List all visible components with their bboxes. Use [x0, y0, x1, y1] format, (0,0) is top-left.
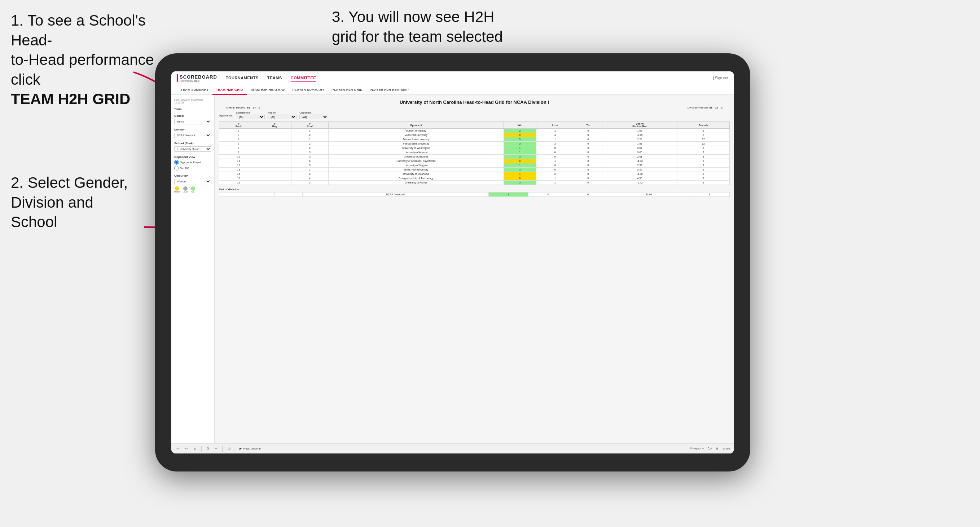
nav-teams[interactable]: TEAMS: [267, 74, 282, 82]
opponent-label: Opponent: [299, 111, 328, 114]
ood-row: NCAA Division II10026.003: [219, 192, 730, 197]
colour-up-label: Up: [191, 191, 195, 193]
ann2-line1: 2. Select Gender,: [11, 174, 128, 191]
toolbar-sep1: |: [201, 446, 202, 452]
toolbar-sep2: |: [222, 446, 223, 452]
forward-btn[interactable]: ↻: [192, 446, 198, 451]
col-rank: #Rank: [219, 122, 258, 129]
subnav: TEAM SUMMARY TEAM H2H GRID TEAM H2H HEAT…: [171, 85, 734, 95]
gender-select[interactable]: Men's Women's: [174, 119, 212, 124]
undo-btn[interactable]: ↩: [175, 446, 181, 451]
opponents-filter-label: Opponents:: [219, 114, 233, 117]
nav-links: TOURNAMENTS TEAMS COMMITTEE: [226, 74, 713, 82]
col-opponent: Opponent: [329, 122, 504, 129]
region-select[interactable]: (All): [267, 114, 296, 119]
colour-down-label: Down: [174, 191, 180, 193]
filter-row: Opponents: Conference (All) Region (All): [219, 111, 730, 119]
clock-btn[interactable]: ⏱: [226, 446, 232, 451]
colour-by-section: Colour by Win/loss Down Level: [174, 174, 212, 193]
toolbar-sep3: |: [235, 446, 237, 452]
tablet-screen: SCOREBOARD Powered by clippi TOURNAMENTS…: [171, 71, 734, 454]
ann2-line3: School: [11, 213, 57, 230]
colour-legend: Down Level Up: [174, 186, 212, 193]
main-area: University of North Carolina Head-to-Hea…: [215, 95, 734, 443]
navbar: SCOREBOARD Powered by clippi TOURNAMENTS…: [171, 71, 734, 85]
table-row: 41Arizona State University5102.2917: [219, 137, 730, 142]
division-section: Division NCAA Division I NCAA Division I…: [174, 128, 212, 138]
logo-area: SCOREBOARD Powered by clippi: [177, 74, 217, 82]
col-conf: #Conf: [291, 122, 328, 129]
annotation-1: 1. To see a School's Head- to-Head perfo…: [11, 11, 162, 109]
division-record-value: 88 - 17 - 0: [710, 106, 722, 109]
copy-btn[interactable]: ⧉: [205, 446, 210, 451]
left-panel: Last Updated: 27/03/2024 16:55:38 Team G…: [171, 95, 215, 443]
share-btn[interactable]: Share: [723, 447, 730, 450]
overall-record-value: 89 - 17 - 0: [247, 106, 260, 109]
opponent-filter: Opponent (All): [299, 111, 328, 119]
col-rounds: Rounds: [677, 122, 729, 129]
colour-level-label: Level: [183, 191, 188, 193]
grid-records: Overall Record: 89 - 17 - 0 Division Rec…: [219, 106, 730, 109]
table-row: 105University of Alabama3002.618: [219, 155, 730, 159]
out-of-division-table: NCAA Division II10026.003: [219, 192, 730, 197]
ann1-bold: TEAM H2H GRID: [11, 90, 130, 108]
top100-radio[interactable]: [174, 166, 179, 170]
col-win: Win: [504, 122, 536, 129]
colour-down-dot: [175, 186, 179, 191]
subnav-team-h2h-grid[interactable]: TEAM H2H GRID: [212, 86, 247, 95]
colour-by-select[interactable]: Win/loss: [174, 179, 212, 184]
bottom-toolbar: ↩ ↪ ↻ | ⧉ ✂ | ⏱ | ▶ View: Original 👁 Wat…: [171, 443, 734, 454]
table-row: 123University of Virginia1002.333: [219, 163, 730, 168]
annotation-2: 2. Select Gender, Division and School: [11, 173, 128, 232]
subnav-player-h2h-heatmap[interactable]: PLAYER H2H HEATMAP: [366, 86, 412, 95]
table-row: 142University of Oklahoma120-1.009: [219, 172, 730, 176]
subnav-player-summary[interactable]: PLAYER SUMMARY: [289, 86, 328, 95]
crop-btn[interactable]: ✂: [213, 446, 219, 451]
nav-committee[interactable]: COMMITTEE: [291, 74, 316, 82]
last-updated-time: 16:55:38: [174, 101, 212, 104]
col-diff: Diff AvStrokes/Rnd: [602, 122, 678, 129]
region-filter: Region (All): [267, 111, 296, 119]
opponent-view-radios: Opponents Played Top 100: [174, 160, 212, 170]
ann3-line1: 3. You will now see H2H: [332, 8, 495, 25]
subnav-team-h2h-heatmap[interactable]: TEAM H2H HEATMAP: [247, 86, 289, 95]
last-updated-label: Last Updated: 27/03/2024: [174, 99, 212, 101]
table-row: 131Texas Tech University3005.569: [219, 168, 730, 172]
opponent-view-section: Opponent View Opponents Played Top 100: [174, 156, 212, 170]
h2h-table: #Rank #Reg #Conf Opponent Win Loss Tie D…: [219, 121, 730, 185]
annotation-3: 3. You will now see H2H grid for the tea…: [332, 7, 503, 46]
overall-record-label: Overall Record:: [226, 106, 247, 109]
tablet-frame: SCOREBOARD Powered by clippi TOURNAMENTS…: [155, 53, 750, 471]
nav-tournaments[interactable]: TOURNAMENTS: [226, 74, 259, 82]
view-label-text: View: Original: [243, 447, 261, 450]
view-original: ▶ View: Original: [240, 447, 261, 450]
logo-accent: [177, 74, 178, 82]
conference-label: Conference: [236, 111, 265, 114]
col-loss: Loss: [536, 122, 574, 129]
redo-btn[interactable]: ↪: [184, 446, 189, 451]
region-label: Region: [267, 111, 296, 114]
subnav-team-summary[interactable]: TEAM SUMMARY: [177, 86, 212, 95]
conference-select[interactable]: (All): [236, 114, 265, 119]
division-record-label: Division Record:: [687, 106, 708, 109]
toolbar-right: 👁 Watch ▾ 💬 ⊞ Share: [690, 447, 730, 450]
comment-btn[interactable]: 💬: [708, 447, 712, 450]
school-select[interactable]: 1. University of Nort...: [174, 146, 212, 152]
division-select[interactable]: NCAA Division I NCAA Division II: [174, 133, 212, 138]
ann1-line2: to-Head performance click: [11, 51, 154, 88]
subnav-player-h2h-grid[interactable]: PLAYER H2H GRID: [328, 86, 366, 95]
watch-btn[interactable]: 👁 Watch ▾: [690, 447, 704, 450]
sign-out[interactable]: | Sign out: [713, 76, 728, 80]
table-row: 21Auburn University2101.679: [219, 129, 730, 133]
opponent-select[interactable]: (All): [299, 114, 328, 119]
division-label: Division: [174, 128, 212, 131]
table-row: 82University of Washington1003.673: [219, 146, 730, 150]
team-section: Team: [174, 108, 212, 111]
logo-text: SCOREBOARD: [180, 74, 217, 80]
grid-btn[interactable]: ⊞: [716, 447, 719, 450]
table-row: 93University of Arizona1009.002: [219, 150, 730, 155]
ann2-line2: Division and: [11, 194, 94, 211]
colour-up-dot: [191, 186, 195, 191]
opponents-played-radio[interactable]: [174, 160, 179, 165]
team-label: Team: [174, 108, 212, 111]
